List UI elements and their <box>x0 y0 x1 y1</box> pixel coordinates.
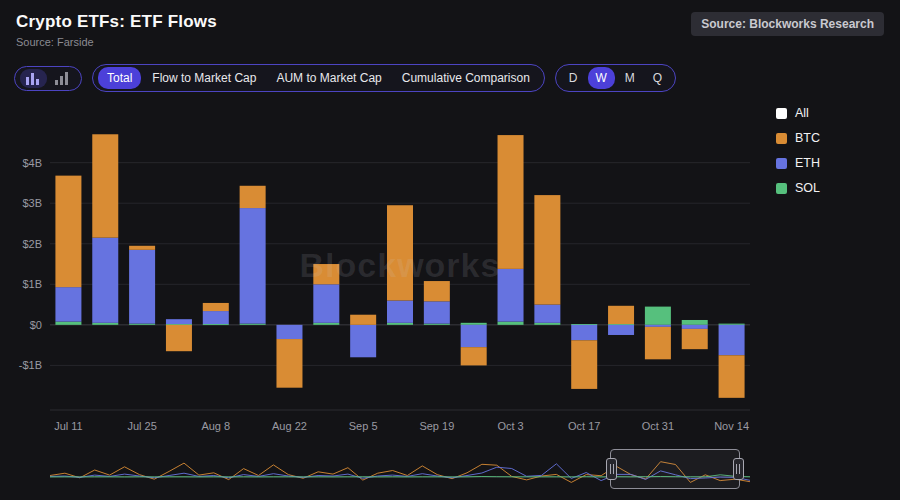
period-group: D W M Q <box>555 64 676 92</box>
bar-segment-eth[interactable] <box>55 287 81 321</box>
bar-segment-btc[interactable] <box>424 281 450 301</box>
bar-segment-btc[interactable] <box>387 205 413 300</box>
brush-handle-left[interactable] <box>606 458 617 480</box>
bar-segment-sol[interactable] <box>92 323 118 325</box>
bar-segment-sol[interactable] <box>719 324 745 325</box>
x-axis-label: Aug 22 <box>272 420 307 432</box>
x-axis-label: Sep 5 <box>349 420 378 432</box>
bar-segment-sol[interactable] <box>240 324 266 325</box>
bar-segment-sol[interactable] <box>387 323 413 325</box>
brush-handle-right[interactable] <box>733 458 744 480</box>
period-quarterly[interactable]: Q <box>645 67 670 89</box>
range-navigator[interactable] <box>50 452 750 488</box>
chart-type-group <box>14 66 82 91</box>
page-subtitle: Source: Farside <box>16 36 217 48</box>
bar-segment-sol[interactable] <box>645 307 671 325</box>
bar-segment-eth[interactable] <box>129 250 155 324</box>
period-monthly[interactable]: M <box>617 67 643 89</box>
bar-segment-btc[interactable] <box>129 246 155 250</box>
bar-segment-btc[interactable] <box>240 186 266 208</box>
bar-segment-btc[interactable] <box>350 315 376 325</box>
legend-item-btc[interactable]: BTC <box>776 131 820 145</box>
stacked-bar-chart-icon[interactable] <box>20 69 47 88</box>
y-axis-label: -$1B <box>19 359 42 371</box>
legend-label-all: All <box>795 106 809 120</box>
bar-segment-btc[interactable] <box>203 303 229 311</box>
x-axis-label: Nov 14 <box>714 420 749 432</box>
bar-segment-sol[interactable] <box>682 320 708 325</box>
x-axis-label: Sep 19 <box>419 420 454 432</box>
bar-segment-eth[interactable] <box>240 208 266 324</box>
legend-label-eth: ETH <box>795 156 820 170</box>
bar-segment-btc[interactable] <box>645 327 671 359</box>
bar-segment-eth[interactable] <box>387 301 413 323</box>
legend-item-eth[interactable]: ETH <box>776 156 820 170</box>
bar-segment-eth[interactable] <box>498 269 524 322</box>
bar-segment-btc[interactable] <box>461 347 487 365</box>
bar-segment-eth[interactable] <box>203 311 229 324</box>
view-tabs-group: Total Flow to Market Cap AUM to Market C… <box>92 64 545 92</box>
legend-item-sol[interactable]: SOL <box>776 181 820 195</box>
legend-item-all[interactable]: All <box>776 106 820 120</box>
bar-segment-sol[interactable] <box>313 323 339 325</box>
legend-label-btc: BTC <box>795 131 820 145</box>
flows-bar-chart-svg[interactable]: $4B$3B$2B$1B$0-$1BJul 11Jul 25Aug 8Aug 2… <box>2 100 762 445</box>
grouped-bar-chart-icon[interactable] <box>49 69 76 88</box>
bar-segment-btc[interactable] <box>276 339 302 388</box>
legend-swatch-btc <box>776 133 787 144</box>
bar-segment-eth[interactable] <box>608 325 634 335</box>
bar-segment-eth[interactable] <box>571 325 597 340</box>
tab-cumulative-comparison[interactable]: Cumulative Comparison <box>393 67 539 89</box>
tab-total[interactable]: Total <box>98 67 141 89</box>
bar-segment-eth[interactable] <box>166 319 192 324</box>
bar-segment-eth[interactable] <box>534 305 560 323</box>
y-axis-label: $3B <box>22 197 42 209</box>
bar-segment-sol[interactable] <box>55 322 81 325</box>
period-weekly[interactable]: W <box>588 67 615 89</box>
y-axis-label: $0 <box>30 319 42 331</box>
flows-bar-chart[interactable]: $4B$3B$2B$1B$0-$1BJul 11Jul 25Aug 8Aug 2… <box>2 100 762 445</box>
bar-segment-sol[interactable] <box>203 324 229 325</box>
page-title: Crypto ETFs: ETF Flows <box>16 12 217 32</box>
tab-flow-to-market-cap[interactable]: Flow to Market Cap <box>143 67 265 89</box>
app-root: Crypto ETFs: ETF Flows Source: Farside S… <box>0 0 900 500</box>
bar-segment-sol[interactable] <box>424 324 450 325</box>
bar-segment-btc[interactable] <box>166 325 192 351</box>
bar-segment-sol[interactable] <box>129 324 155 325</box>
y-axis-label: $4B <box>22 157 42 169</box>
tab-aum-to-market-cap[interactable]: AUM to Market Cap <box>267 67 390 89</box>
bar-segment-eth[interactable] <box>682 325 708 329</box>
bar-segment-sol[interactable] <box>498 322 524 325</box>
bar-segment-sol[interactable] <box>461 323 487 325</box>
bar-segment-eth[interactable] <box>313 284 339 323</box>
toolbar: Total Flow to Market Cap AUM to Market C… <box>14 64 676 92</box>
x-axis-label: Oct 31 <box>642 420 674 432</box>
bar-segment-btc[interactable] <box>498 135 524 269</box>
bar-segment-btc[interactable] <box>55 176 81 288</box>
period-daily[interactable]: D <box>561 67 586 89</box>
bar-segment-btc[interactable] <box>682 329 708 349</box>
legend-swatch-eth <box>776 158 787 169</box>
source-badge: Source: Blockworks Research <box>691 12 884 36</box>
bar-segment-eth[interactable] <box>92 238 118 323</box>
bar-segment-eth[interactable] <box>424 301 450 323</box>
bar-segment-eth[interactable] <box>461 325 487 347</box>
bar-segment-eth[interactable] <box>276 325 302 339</box>
bar-segment-eth[interactable] <box>645 325 671 327</box>
legend-swatch-all <box>776 108 787 119</box>
bar-segment-eth[interactable] <box>719 325 745 355</box>
bar-segment-btc[interactable] <box>92 134 118 237</box>
bar-segment-eth[interactable] <box>350 325 376 357</box>
range-brush[interactable] <box>610 449 740 489</box>
bar-segment-sol[interactable] <box>534 323 560 325</box>
header: Crypto ETFs: ETF Flows Source: Farside <box>16 12 217 48</box>
bar-segment-btc[interactable] <box>313 264 339 284</box>
x-axis-label: Oct 3 <box>497 420 523 432</box>
x-axis-label: Oct 17 <box>568 420 600 432</box>
bar-segment-btc[interactable] <box>534 195 560 304</box>
bar-segment-btc[interactable] <box>608 306 634 324</box>
y-axis-label: $1B <box>22 278 42 290</box>
bar-segment-btc[interactable] <box>571 340 597 389</box>
bar-segment-btc[interactable] <box>719 355 745 398</box>
x-axis-label: Jul 11 <box>54 420 83 432</box>
